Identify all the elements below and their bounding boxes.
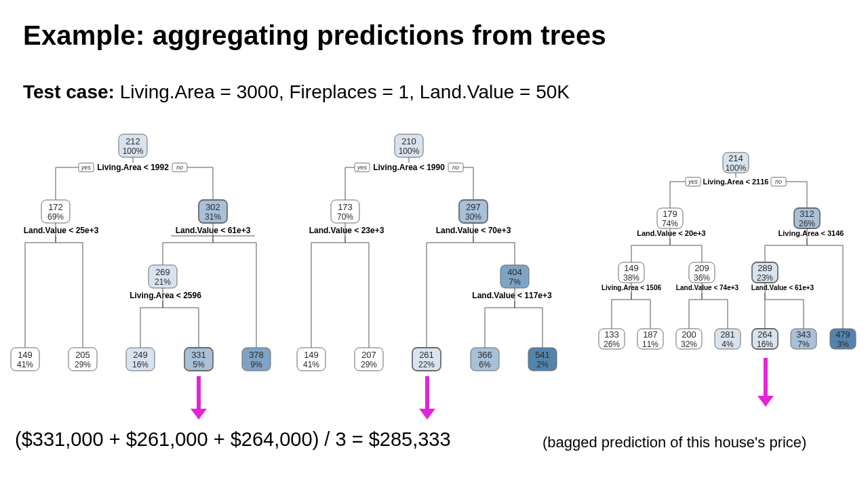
svg-text:Land.Value < 74e+3: Land.Value < 74e+3	[676, 284, 739, 291]
svg-text:yes: yes	[357, 164, 368, 171]
svg-text:yes: yes	[81, 164, 92, 171]
svg-text:Living.Area < 2596: Living.Area < 2596	[130, 291, 201, 300]
svg-text:366: 366	[477, 350, 492, 360]
svg-text:100%: 100%	[726, 163, 747, 173]
svg-text:149: 149	[18, 350, 33, 360]
svg-text:269: 269	[155, 267, 170, 277]
svg-text:31%: 31%	[205, 212, 221, 222]
svg-text:Land.Value < 117e+3: Land.Value < 117e+3	[472, 291, 552, 300]
svg-text:32%: 32%	[681, 340, 697, 349]
svg-text:9%: 9%	[250, 360, 262, 369]
svg-text:3%: 3%	[837, 340, 849, 349]
svg-text:26%: 26%	[604, 340, 620, 349]
svg-text:249: 249	[133, 350, 148, 360]
svg-text:Land.Value < 25e+3: Land.Value < 25e+3	[24, 226, 99, 235]
svg-text:22%: 22%	[418, 360, 435, 369]
svg-text:261: 261	[419, 350, 434, 360]
slide: Example: aggregating predictions from tr…	[0, 0, 868, 488]
svg-text:41%: 41%	[303, 360, 319, 369]
svg-text:404: 404	[507, 267, 522, 277]
svg-text:Living.Area < 1990: Living.Area < 1990	[373, 163, 445, 172]
svg-text:378: 378	[249, 350, 264, 360]
svg-text:Living.Area < 2116: Living.Area < 2116	[703, 178, 769, 186]
svg-text:343: 343	[796, 329, 811, 340]
svg-text:133: 133	[604, 329, 619, 340]
svg-text:16%: 16%	[757, 340, 773, 349]
svg-text:6%: 6%	[479, 360, 491, 369]
svg-text:173: 173	[338, 202, 353, 212]
svg-text:312: 312	[800, 209, 814, 219]
svg-text:205: 205	[75, 350, 90, 360]
svg-text:2%: 2%	[536, 360, 549, 369]
svg-text:297: 297	[466, 202, 481, 212]
selected-leaf-arrow-icon	[425, 376, 435, 420]
svg-text:Land.Value < 61e+3: Land.Value < 61e+3	[751, 284, 814, 291]
svg-text:172: 172	[48, 202, 63, 212]
svg-text:281: 281	[720, 329, 735, 340]
svg-text:no: no	[775, 178, 782, 185]
svg-text:16%: 16%	[132, 360, 149, 369]
svg-text:209: 209	[694, 263, 709, 273]
selected-leaf-arrow-icon	[764, 358, 774, 407]
svg-text:100%: 100%	[123, 146, 144, 156]
svg-text:149: 149	[624, 263, 639, 273]
svg-text:100%: 100%	[399, 146, 420, 156]
svg-text:212: 212	[125, 136, 140, 146]
svg-text:200: 200	[682, 329, 696, 340]
svg-text:70%: 70%	[337, 212, 353, 222]
svg-text:26%: 26%	[799, 219, 815, 228]
svg-text:yes: yes	[688, 178, 698, 185]
svg-text:479: 479	[835, 329, 850, 340]
svg-text:4%: 4%	[722, 340, 734, 349]
svg-text:7%: 7%	[797, 340, 810, 349]
svg-text:38%: 38%	[623, 273, 639, 283]
svg-text:74%: 74%	[662, 219, 678, 228]
svg-text:30%: 30%	[465, 212, 481, 222]
svg-text:no: no	[452, 164, 459, 171]
svg-text:149: 149	[304, 350, 319, 360]
svg-text:179: 179	[663, 209, 677, 219]
svg-text:331: 331	[191, 350, 206, 360]
svg-text:21%: 21%	[155, 277, 171, 287]
svg-text:302: 302	[205, 202, 220, 212]
svg-text:23%: 23%	[757, 273, 773, 283]
svg-text:no: no	[176, 164, 183, 171]
svg-text:Land.Value < 23e+3: Land.Value < 23e+3	[309, 226, 384, 235]
svg-text:541: 541	[535, 350, 550, 360]
svg-text:Living.Area < 3146: Living.Area < 3146	[778, 229, 844, 237]
svg-text:69%: 69%	[47, 212, 64, 222]
caption: (bagged prediction of this house's price…	[542, 434, 806, 451]
svg-text:Living.Area < 1992: Living.Area < 1992	[97, 163, 169, 172]
svg-text:207: 207	[361, 350, 376, 360]
aggregation-formula: ($331,000 + $261,000 + $264,000) / 3 = $…	[15, 428, 451, 451]
svg-text:214: 214	[728, 153, 743, 163]
svg-text:36%: 36%	[694, 273, 710, 283]
selected-leaf-arrow-icon	[197, 376, 207, 420]
svg-text:11%: 11%	[642, 340, 658, 349]
trees-diagram: 212100%Living.Area < 1992yesno17269%3023…	[0, 0, 868, 420]
svg-text:264: 264	[757, 329, 772, 340]
svg-text:187: 187	[643, 329, 658, 340]
svg-text:5%: 5%	[193, 360, 205, 369]
svg-text:7%: 7%	[509, 277, 521, 287]
svg-text:Land.Value < 20e+3: Land.Value < 20e+3	[637, 229, 706, 237]
svg-text:210: 210	[401, 136, 416, 146]
svg-text:41%: 41%	[17, 360, 33, 369]
svg-text:289: 289	[757, 263, 772, 273]
svg-text:29%: 29%	[75, 360, 91, 369]
svg-text:29%: 29%	[361, 360, 377, 369]
